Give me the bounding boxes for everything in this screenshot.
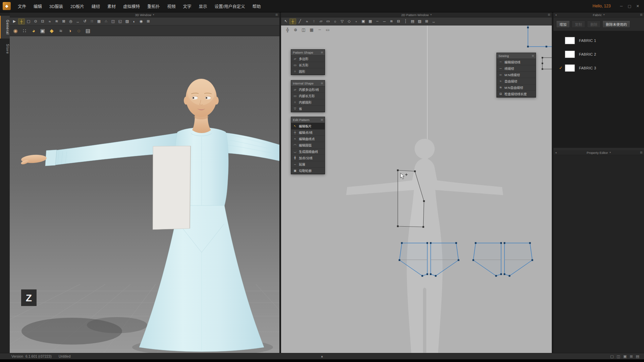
edit-sewing-item[interactable]: ┄ 编辑缝纫线 — [497, 59, 536, 65]
polygon-item[interactable]: ▱ 多边形 — [291, 56, 325, 62]
bounding-volume-toggle[interactable]: ◱ — [117, 18, 123, 24]
mannequin-icon[interactable]: ◆ — [47, 26, 56, 35]
menu-edit[interactable]: 编辑 — [30, 0, 46, 12]
edit-pattern-item[interactable]: ↖ 编辑板片 — [291, 123, 325, 129]
texture-editor-tool[interactable]: ▨ — [416, 18, 423, 24]
layout-2d-only-icon[interactable]: ⊞ — [630, 354, 633, 359]
fabric-delete-button[interactable]: 删除 — [587, 20, 601, 28]
fold-arrangement-tool[interactable]: ↺ — [82, 18, 88, 24]
extend-item[interactable]: ⇔ 延展 — [291, 161, 325, 168]
title-dropdown-icon[interactable]: ▾ — [603, 13, 605, 16]
tab-store[interactable]: Store — [0, 40, 10, 58]
arrangement-points-toggle[interactable]: ∴ — [103, 18, 109, 24]
simulate-tool[interactable]: ▶ — [11, 18, 18, 24]
show-silhouette-toggle[interactable]: ◫ — [300, 26, 307, 33]
palette-titlebar[interactable]: Edit Pattern ⊞ — [291, 117, 325, 123]
menu-material[interactable]: 素材 — [104, 0, 119, 12]
menu-display[interactable]: 显示 — [195, 0, 211, 12]
rectangle-item[interactable]: ▭ 长方形 — [291, 62, 325, 68]
edit-sewing-tool[interactable]: ≈ — [46, 18, 53, 24]
dart-item[interactable]: ▽ 省 — [291, 106, 325, 112]
notch-tool[interactable]: ┆ — [402, 18, 409, 24]
palette-collapse-icon[interactable]: ⊞ — [321, 82, 323, 85]
show-avatar-toggle[interactable]: ◫ — [110, 18, 116, 24]
scene-light-icon[interactable]: ◌ — [74, 26, 83, 35]
wind-tool[interactable]: ∷ — [89, 18, 95, 24]
tab-general[interactable]: General — [0, 16, 10, 39]
free-sewing-2d-tool[interactable]: ≋ — [388, 18, 395, 24]
2d-window-titlebar[interactable]: 2D Pattern Window ▾ ⊞ — [281, 12, 552, 17]
line-sewing-item[interactable]: ─ 线缝纫 — [497, 65, 536, 72]
edit-point-line-item[interactable]: ┼ 编辑点/线 — [291, 129, 325, 136]
panel-dock-icon[interactable]: ◂ — [555, 13, 556, 16]
panel-dock-icon[interactable]: ◂ — [555, 151, 556, 154]
show-avatar-icon[interactable]: ◉ — [11, 26, 20, 35]
panel-float-icon[interactable]: ⊞ — [640, 151, 642, 154]
show-arrangement-points-icon[interactable]: ∷ — [20, 26, 29, 35]
2d-pattern-canvas[interactable]: ╬⊕◫▦┄▭ Pattern Shape ⊞ ▱ 多边形 ▭ 长方形 ○ — [281, 25, 552, 353]
select-box-tool[interactable]: ▢ — [25, 18, 32, 24]
menu-help[interactable]: 帮助 — [249, 0, 265, 12]
palette-titlebar[interactable]: Internal Shape ⊞ — [291, 80, 325, 86]
trace-tool[interactable]: ▣ — [360, 18, 367, 24]
fabric-titlebar[interactable]: ◂ Fabric ▾ ⊞ — [553, 12, 644, 17]
avatar-pose-icon[interactable]: ◑ — [65, 26, 74, 35]
pattern-piece-small[interactable] — [542, 57, 552, 70]
menu-avatar[interactable]: 虚拟模特 — [119, 0, 144, 12]
grading-tool[interactable]: ▤ — [409, 18, 416, 24]
panel-float-icon[interactable]: ⊞ — [548, 13, 550, 16]
fabric-copy-button[interactable]: 复制 — [572, 20, 585, 28]
check-seam-length-item[interactable]: ⊟ 检查缝纫线长度 — [497, 91, 536, 97]
free-sewing-tool[interactable]: ≋ — [53, 18, 60, 24]
edit-arc-item[interactable]: ◠ 编辑圆弧 — [291, 142, 325, 148]
show-seams-icon[interactable]: ≈ — [56, 26, 65, 35]
render-icon[interactable]: ▤ — [84, 26, 92, 35]
trace-outline-item[interactable]: ▣ 勾勒轮廓 — [291, 168, 325, 174]
smooth-curve-item[interactable]: ◡ 生成圆顺曲线 — [291, 148, 325, 155]
app-logo-icon[interactable]: ◆ — [3, 2, 11, 10]
layout-single-icon[interactable]: ▢ — [610, 354, 613, 359]
edit-point-line-tool[interactable]: ╱ — [297, 18, 303, 24]
show-seamline-toggle[interactable]: ┄ — [316, 26, 323, 33]
edit-pattern-tool[interactable]: ┼ — [289, 18, 296, 24]
menu-file[interactable]: 文件 — [14, 0, 30, 12]
minimize-button[interactable]: ─ — [620, 4, 623, 8]
add-point-tool[interactable]: ∶ — [311, 18, 317, 24]
menu-sewing[interactable]: 缝纫 — [88, 0, 104, 12]
detach-tool[interactable]: ⊠ — [60, 18, 67, 24]
layout-split-icon[interactable]: ◫ — [617, 354, 620, 359]
internal-polygon-tool[interactable]: ◇ — [346, 18, 353, 24]
check-seam-length-tool[interactable]: ⊟ — [395, 18, 402, 24]
internal-rectangle-item[interactable]: ▭ 内部长方形 — [291, 93, 325, 99]
circle-item[interactable]: ○ 圆形 — [291, 68, 325, 75]
line-sewing-tool[interactable]: ─ — [381, 18, 388, 24]
maximize-button[interactable]: ▢ — [628, 4, 631, 8]
camera-tool[interactable]: ◉ — [138, 18, 145, 24]
pattern-piece-3d[interactable] — [151, 145, 192, 231]
fabric-row-3[interactable]: ✓ FABRIC 3 — [553, 61, 644, 75]
title-dropdown-icon[interactable]: ▾ — [153, 13, 154, 16]
measure-tool[interactable]: ↔ — [74, 18, 81, 24]
palette-collapse-icon[interactable]: ⊞ — [321, 51, 323, 54]
menu-retopology[interactable]: 重拓扑 — [144, 0, 164, 12]
rectangle-tool[interactable]: ▭ — [325, 18, 331, 24]
print-layout-toggle[interactable]: ▭ — [324, 26, 331, 33]
tack-tool[interactable]: ◎ — [67, 18, 74, 24]
texture-toggle[interactable]: ▨ — [124, 18, 130, 24]
close-button[interactable]: ✕ — [636, 4, 639, 8]
edit-sewing-2d-tool[interactable]: ┄ — [374, 18, 381, 24]
internal-rectangle-tool[interactable]: ▫ — [353, 18, 360, 24]
fabric-row-2[interactable]: FABRIC 2 — [553, 47, 644, 61]
edit-curvature-tool[interactable]: ≈ — [304, 18, 310, 24]
panel-expand-button[interactable]: ▲ — [321, 355, 324, 358]
layout-3d-only-icon[interactable]: ▣ — [623, 354, 627, 359]
polygon-tool[interactable]: ▱ — [318, 18, 324, 24]
menu-video[interactable]: 视频 — [164, 0, 179, 12]
view-cube[interactable]: Z — [21, 289, 37, 306]
grid-toggle[interactable]: ▦ — [96, 18, 102, 24]
palette-collapse-icon[interactable]: ⊞ — [532, 54, 534, 57]
user-greeting[interactable]: Hello, 123 — [593, 4, 611, 8]
zoom-tool[interactable]: ⊕ — [292, 26, 299, 33]
pin-tool[interactable]: ⊙ — [32, 18, 39, 24]
palette-collapse-icon[interactable]: ⊞ — [321, 118, 323, 121]
